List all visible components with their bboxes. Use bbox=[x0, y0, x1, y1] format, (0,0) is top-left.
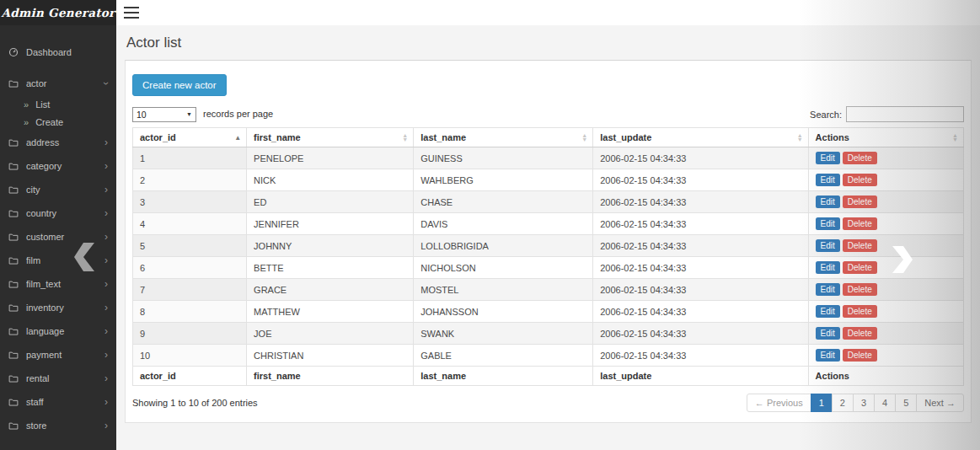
chevron-right-icon: › bbox=[104, 208, 108, 218]
select-caret-icon: ▼ bbox=[186, 111, 192, 117]
sidebar-item-dashboard[interactable]: Dashboard bbox=[0, 40, 116, 64]
column-header-first_name[interactable]: first_name▲▼ bbox=[247, 128, 414, 147]
cell-last-update: 2006-02-15 04:34:33 bbox=[593, 191, 808, 213]
cell-first-name: NICK bbox=[247, 169, 414, 191]
angle-double-right-icon: » bbox=[24, 117, 29, 127]
delete-button[interactable]: Delete bbox=[843, 196, 877, 208]
carousel-previous-chevron-icon[interactable] bbox=[74, 243, 94, 271]
chevron-right-icon: › bbox=[104, 185, 108, 195]
delete-button[interactable]: Delete bbox=[843, 349, 877, 362]
sidebar-item-city[interactable]: city› bbox=[0, 178, 116, 201]
sidebar-item-label: store bbox=[26, 421, 104, 431]
pagination-page-button-2[interactable]: 2 bbox=[832, 394, 854, 412]
sidebar-item-actor[interactable]: actor › bbox=[0, 72, 116, 95]
table-footer-header-row: actor_idfirst_namelast_namelast_updateAc… bbox=[133, 367, 964, 386]
table-row: 10CHRISTIANGABLE2006-02-15 04:34:33EditD… bbox=[133, 345, 964, 367]
sort-both-icon: ▲▼ bbox=[952, 133, 958, 142]
edit-button[interactable]: Edit bbox=[816, 239, 840, 252]
search-input[interactable] bbox=[846, 106, 964, 122]
sidebar-item-category[interactable]: category› bbox=[0, 154, 116, 178]
pagination-next-button[interactable]: Next → bbox=[916, 394, 964, 412]
cell-actor-id: 8 bbox=[133, 301, 247, 323]
sidebar-toggle-hamburger-icon[interactable] bbox=[124, 7, 139, 19]
cell-first-name: MATTHEW bbox=[247, 301, 414, 323]
sort-both-icon: ▲▼ bbox=[797, 133, 803, 142]
sidebar-item-country[interactable]: country› bbox=[0, 201, 116, 225]
folder-icon bbox=[8, 208, 19, 219]
folder-icon bbox=[8, 185, 19, 196]
sidebar-subitem-actor-create[interactable]: » Create bbox=[0, 113, 116, 131]
pagination-page-button-3[interactable]: 3 bbox=[853, 394, 875, 412]
top-navbar bbox=[116, 0, 980, 25]
cell-first-name: GRACE bbox=[247, 279, 414, 301]
create-new-actor-button[interactable]: Create new actor bbox=[132, 74, 227, 96]
cell-first-name: BETTE bbox=[247, 257, 414, 279]
actor-table: actor_id▲first_name▲▼last_name▲▼last_upd… bbox=[132, 127, 964, 386]
dashboard-gauge-icon bbox=[8, 47, 19, 58]
folder-icon bbox=[8, 161, 19, 172]
edit-button[interactable]: Edit bbox=[816, 152, 840, 164]
edit-button[interactable]: Edit bbox=[816, 283, 840, 296]
table-row: 3EDCHASE2006-02-15 04:34:33EditDelete bbox=[133, 191, 964, 213]
cell-actions: EditDelete bbox=[808, 345, 963, 367]
sidebar-item-staff[interactable]: staff› bbox=[0, 390, 116, 414]
column-header-last_update[interactable]: last_update▲▼ bbox=[593, 128, 808, 147]
cell-actions: EditDelete bbox=[808, 169, 963, 191]
delete-button[interactable]: Delete bbox=[843, 261, 877, 274]
cell-actions: EditDelete bbox=[808, 213, 963, 235]
delete-button[interactable]: Delete bbox=[843, 174, 877, 186]
folder-icon bbox=[8, 255, 19, 266]
search-control: Search: bbox=[810, 106, 964, 122]
sidebar-item-inventory[interactable]: inventory› bbox=[0, 296, 116, 319]
sidebar-item-customer[interactable]: customer› bbox=[0, 225, 116, 249]
pagination-page-button-1[interactable]: 1 bbox=[811, 394, 833, 412]
cell-first-name: JOE bbox=[247, 323, 414, 345]
delete-button[interactable]: Delete bbox=[843, 239, 877, 252]
sidebar-item-film[interactable]: film› bbox=[0, 249, 116, 272]
app-logo: Admin Generator bbox=[0, 0, 116, 25]
delete-button[interactable]: Delete bbox=[843, 305, 877, 318]
cell-actor-id: 3 bbox=[133, 191, 247, 213]
angle-double-right-icon: » bbox=[24, 99, 29, 110]
sidebar-item-label: actor bbox=[26, 78, 104, 88]
cell-first-name: ED bbox=[247, 191, 414, 213]
sidebar-item-film_text[interactable]: film_text› bbox=[0, 272, 116, 296]
sidebar-item-payment[interactable]: payment› bbox=[0, 343, 116, 367]
delete-button[interactable]: Delete bbox=[843, 283, 877, 296]
pagination-page-button-5[interactable]: 5 bbox=[895, 394, 917, 412]
sidebar-item-store[interactable]: store› bbox=[0, 414, 116, 437]
edit-button[interactable]: Edit bbox=[816, 196, 840, 208]
records-per-page-select[interactable]: 10 ▼ bbox=[132, 107, 196, 122]
cell-last-update: 2006-02-15 04:34:33 bbox=[593, 323, 808, 345]
edit-button[interactable]: Edit bbox=[816, 174, 840, 186]
chevron-right-icon: › bbox=[104, 373, 108, 383]
cell-first-name: PENELOPE bbox=[247, 147, 414, 169]
column-header-last_name[interactable]: last_name▲▼ bbox=[414, 128, 593, 147]
cell-last-update: 2006-02-15 04:34:33 bbox=[593, 257, 808, 279]
edit-button[interactable]: Edit bbox=[816, 217, 840, 230]
delete-button[interactable]: Delete bbox=[843, 217, 877, 230]
footer-column-header-Actions: Actions bbox=[808, 367, 963, 386]
sidebar-item-address[interactable]: address› bbox=[0, 131, 116, 154]
edit-button[interactable]: Edit bbox=[816, 305, 840, 318]
column-header-actor_id[interactable]: actor_id▲ bbox=[133, 128, 247, 147]
delete-button[interactable]: Delete bbox=[843, 327, 877, 340]
edit-button[interactable]: Edit bbox=[816, 327, 840, 340]
cell-last-name: WAHLBERG bbox=[414, 169, 593, 191]
edit-button[interactable]: Edit bbox=[816, 261, 840, 274]
delete-button[interactable]: Delete bbox=[843, 152, 877, 164]
folder-icon bbox=[8, 137, 19, 148]
sidebar-item-rental[interactable]: rental› bbox=[0, 367, 116, 390]
column-header-Actions[interactable]: Actions▲▼ bbox=[808, 128, 963, 147]
cell-actor-id: 1 bbox=[133, 147, 247, 169]
chevron-down-icon: › bbox=[101, 82, 111, 85]
cell-actor-id: 9 bbox=[133, 323, 247, 345]
sidebar-item-language[interactable]: language› bbox=[0, 319, 116, 343]
pagination-page-button-4[interactable]: 4 bbox=[874, 394, 896, 412]
sidebar-subitem-actor-list[interactable]: » List bbox=[0, 95, 116, 113]
carousel-next-chevron-icon[interactable] bbox=[892, 246, 913, 273]
actor-table-body: 1PENELOPEGUINESS2006-02-15 04:34:33EditD… bbox=[133, 147, 964, 367]
table-row: 1PENELOPEGUINESS2006-02-15 04:34:33EditD… bbox=[133, 147, 964, 169]
edit-button[interactable]: Edit bbox=[816, 349, 840, 362]
cell-last-update: 2006-02-15 04:34:33 bbox=[593, 235, 808, 257]
